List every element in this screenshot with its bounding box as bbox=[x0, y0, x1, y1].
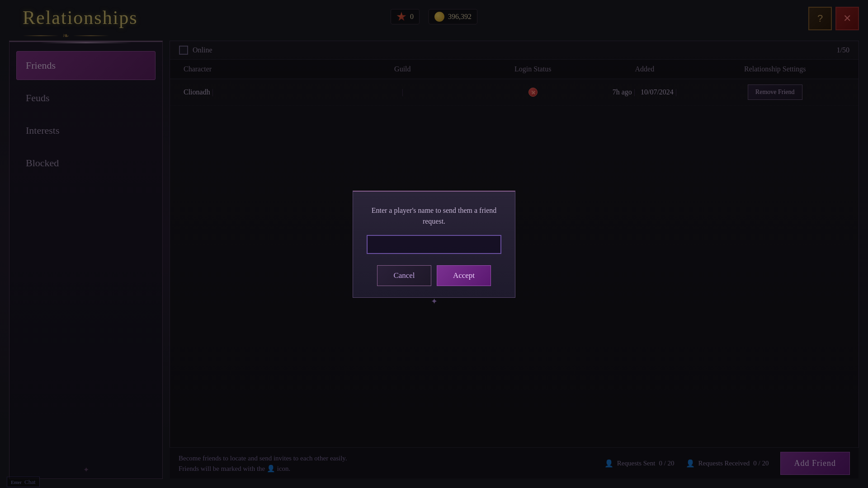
modal-accept-button[interactable]: Accept bbox=[437, 265, 491, 286]
modal-prompt-text: Enter a player's name to send them a fri… bbox=[367, 205, 501, 227]
modal-overlay: Enter a player's name to send them a fri… bbox=[0, 0, 868, 488]
add-friend-modal: Enter a player's name to send them a fri… bbox=[353, 191, 515, 298]
player-name-input[interactable] bbox=[367, 235, 501, 254]
modal-buttons: Cancel Accept bbox=[367, 265, 501, 286]
modal-cancel-button[interactable]: Cancel bbox=[377, 265, 431, 286]
